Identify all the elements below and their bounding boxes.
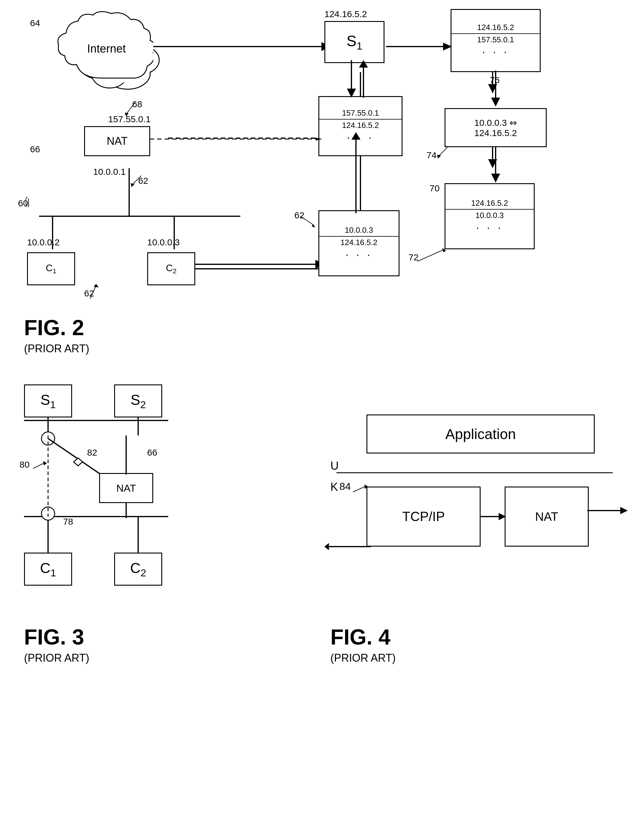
u-label: U [330,459,339,472]
nat-to-botbus [125,503,128,518]
k-label: K [330,481,338,493]
right-in-arrow [587,505,629,517]
uk-divider-line [336,471,613,474]
mapping-line2: 124.16.5.2 [474,128,517,138]
ref-82-label: 82 [87,447,97,458]
nat-box-fig3: NAT [99,473,153,503]
svg-marker-67 [74,458,83,466]
fig4-title: FIG. 4 [330,625,391,649]
fig2-title: FIG. 2 [24,315,84,340]
ip-124-s1-label: 124.16.5.2 [324,9,367,19]
top-right-table: 124.16.5.2 157.55.0.1 · · · [451,9,541,72]
s2-label-fig3: S2 [131,392,146,410]
top-right-entry-2: 157.55.0.1 [475,35,516,45]
svg-marker-76 [43,461,47,465]
application-label: Application [445,426,516,442]
c2-table-entry-2: 124.16.5.2 [339,237,379,248]
s1-up-arrow [354,60,373,99]
ref-66-fig3-label: 66 [147,447,157,458]
c1-box-fig3: C1 [24,553,72,586]
topbus-to-nat [125,435,128,475]
mapping-to-lowertable-arrow [487,147,504,182]
c2-box-fig3: C2 [114,553,162,586]
c1-box-fig2: C1 [27,252,75,285]
c2-routing-table: 10.0.0.3 124.16.5.2 · · · [318,210,400,276]
lower-right-table: 124.16.5.2 10.0.0.3 · · · [445,183,535,249]
ref-80-label: 80 [20,459,29,470]
application-box: Application [366,415,595,453]
nat-box-fig2: NAT [84,126,150,156]
svg-text:Internet: Internet [87,42,126,55]
nat-dashed-line [150,138,324,141]
topright-to-mapping-arrow [487,70,504,107]
svg-marker-53 [491,174,500,182]
c2-to-botbus [136,517,140,553]
mapping-box: 10.0.0.3 ⇔ 124.16.5.2 [445,108,547,147]
svg-line-78 [353,486,366,492]
tcpip-to-nat-arrow [481,511,508,523]
fig3-top-bus [24,418,168,424]
ref-78-label: 78 [63,517,73,527]
svg-line-50 [439,147,448,156]
svg-marker-45 [359,60,368,67]
ref-66-label: 66 [30,144,40,155]
svg-marker-47 [443,43,452,51]
mapping-line1: 10.0.0.3 ⇔ [474,118,517,128]
ref60-arrow [26,195,44,210]
c2-table-entry-1: 10.0.0.3 [343,225,375,236]
lower-right-entry-1: 124.16.5.2 [469,198,510,208]
nat-label-fig4: NAT [535,510,558,524]
c2-label-fig2: C2 [166,262,176,275]
s1-box-fig3: S1 [24,384,72,418]
page: Internet 64 NAT 157.55.0.1 68 10.0.0.1 6… [0,0,644,819]
svg-line-32 [126,102,135,114]
ref-84-label: 84 [339,481,351,492]
lower-right-entry-2: 10.0.0.3 [474,210,506,221]
svg-marker-35 [131,183,135,187]
svg-marker-57 [351,132,360,140]
svg-marker-33 [125,113,129,116]
fig2-subtitle: (PRIOR ART) [24,342,89,355]
ip-10003a-label: 10.0.0.3 [147,237,179,248]
s2-box-fig3: S2 [114,384,162,418]
nat-box-fig4: NAT [504,487,589,547]
svg-marker-83 [324,543,329,550]
c1-label-fig2: C1 [46,262,57,275]
ref80-arrow [30,459,54,471]
c2table-up-arrow [347,132,365,213]
svg-line-58 [301,216,314,225]
svg-line-38 [90,285,96,299]
s1-label-fig2: S1 [347,32,363,52]
top-right-dots: · · · [480,45,511,59]
svg-marker-49 [491,98,500,107]
ip-10002-label: 10.0.0.2 [27,237,60,248]
svg-line-54 [417,249,445,261]
ref62b-arrow [297,213,321,228]
ref72-arrow [414,246,451,264]
c2-label-fig3: C2 [130,560,146,579]
ref-70-label: 70 [429,183,439,193]
fig3-title: FIG. 3 [24,625,84,649]
svg-marker-59 [312,224,315,228]
tcpip-box: TCP/IP [366,487,481,547]
fig3-dashed-vert [46,435,49,517]
s1-to-topright-arrow [386,39,452,54]
svg-marker-85 [620,507,628,514]
c2-table-dots: · · · [343,248,374,262]
internet-cloud: Internet [51,9,153,87]
c2-to-table-arrow [195,261,330,276]
nat-label-fig2: NAT [107,135,127,147]
table-entry-1: 157.55.0.1 [340,108,381,118]
s2-to-topbus [136,418,140,435]
s1-label-fig3: S1 [41,392,56,410]
table-entry-2: 124.16.5.2 [340,120,381,131]
svg-line-75 [33,462,45,468]
ref68-arrow [117,99,141,117]
svg-marker-81 [498,513,506,520]
ref74-arrow [429,144,454,159]
ref62a-arrow [126,173,144,188]
svg-marker-39 [94,284,98,288]
nat-label-fig3: NAT [116,482,136,494]
fig3-subtitle: (PRIOR ART) [24,652,89,664]
fig4-subtitle: (PRIOR ART) [330,652,396,664]
